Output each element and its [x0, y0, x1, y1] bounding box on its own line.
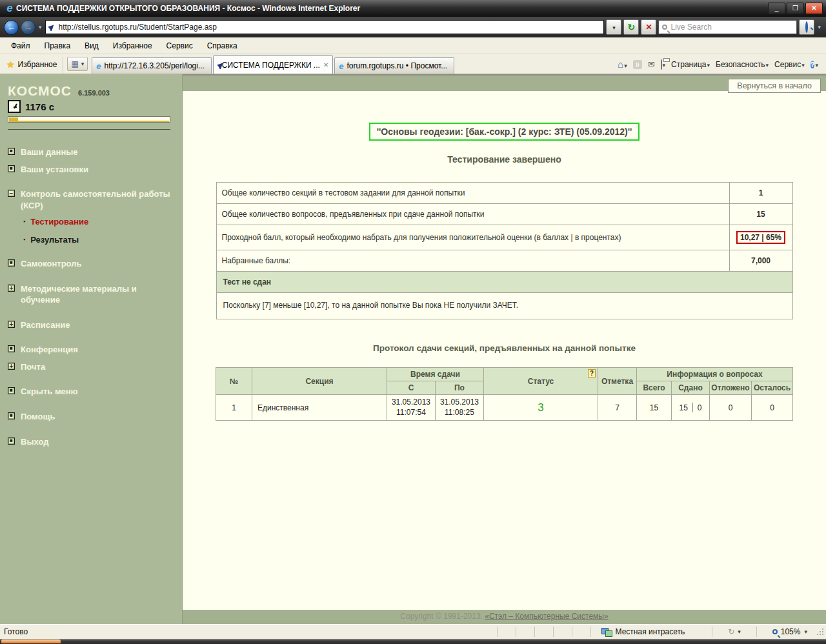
- sidebar-item-selfcontrol[interactable]: ■ Самоконтроль: [8, 258, 174, 270]
- bullet-square-icon: ■: [8, 259, 15, 267]
- cell-deferred: 0: [709, 395, 751, 421]
- col-info-group: Информация о вопросах: [636, 368, 792, 381]
- summary-label: Проходной балл, который необходимо набра…: [216, 225, 729, 250]
- summary-value: 15: [729, 204, 792, 225]
- tools-menu-button[interactable]: Сервис▾: [774, 60, 805, 69]
- search-input[interactable]: Live Search: [658, 20, 797, 34]
- expand-plus-icon[interactable]: +: [8, 363, 15, 370]
- sidebar-item-hide-menu[interactable]: ■ Скрыть меню: [8, 386, 174, 397]
- sidebar-item-ksr[interactable]: − Контроль самостоятельной работы (КСР): [8, 188, 174, 211]
- expand-plus-icon[interactable]: +: [8, 321, 15, 328]
- status-bar: Готово Местная интрасеть ↻ ▾ 105% ▾: [0, 624, 826, 639]
- tab-login[interactable]: e http://172.16.3.205/perl/logi...: [92, 57, 212, 74]
- tab-system-active[interactable]: СИСТЕМА ПОДДЕРЖКИ ... ✕: [213, 55, 333, 74]
- zoom-icon: [772, 629, 778, 634]
- close-button[interactable]: ✕: [805, 3, 823, 14]
- home-button[interactable]: ⌂▾: [618, 59, 627, 70]
- favorites-star-icon: ★: [6, 61, 15, 68]
- summary-value: 7,000: [729, 250, 792, 272]
- clock-icon: [8, 100, 21, 113]
- forward-button[interactable]: →: [21, 20, 35, 35]
- expand-plus-icon[interactable]: +: [8, 285, 15, 292]
- rss-icon[interactable]: )): [633, 60, 642, 69]
- sidebar-item-your-settings[interactable]: ■ Ваши установки: [8, 164, 174, 176]
- sidebar-item-results[interactable]: ▪ Результаты: [23, 235, 174, 245]
- table-row: Общее количество секций в тестовом задан…: [216, 183, 792, 204]
- menu-favorites[interactable]: Избранное: [106, 39, 159, 53]
- col-deferred: Отложено: [709, 381, 751, 395]
- address-dropdown-button[interactable]: ▾: [606, 19, 621, 35]
- company-link[interactable]: «Стэл – Компьютерные Системы»: [485, 612, 608, 621]
- session-timer: 1176 с: [25, 101, 54, 112]
- refresh-button[interactable]: ↻: [623, 19, 639, 35]
- status-help-icon[interactable]: ?: [588, 369, 596, 377]
- taskbar-active-button[interactable]: [1, 639, 61, 643]
- back-button[interactable]: ←: [4, 20, 19, 35]
- course-title: ''Основы геодезии: [бак.-сокр.] (2 курс:…: [369, 123, 640, 141]
- address-url[interactable]: http://stellus.rgotups.ru/Student/StartP…: [59, 23, 601, 32]
- favorites-button[interactable]: ★ Избранное: [3, 57, 63, 74]
- protected-mode-button[interactable]: ↻ ▾: [721, 627, 747, 636]
- sidebar-item-testing[interactable]: ▪ Тестирование: [23, 217, 174, 226]
- sidebar-divider: [8, 129, 170, 130]
- table-row: Поскольку [7] меньше [10,27], то на данн…: [216, 293, 792, 319]
- summary-value: 10,27 | 65%: [729, 225, 792, 250]
- tab-ie-icon: e: [339, 61, 343, 71]
- sidebar-item-your-data[interactable]: ■ Ваши данные: [8, 146, 174, 158]
- menu-file[interactable]: Файл: [4, 39, 37, 53]
- col-section: Секция: [252, 368, 387, 395]
- sidebar-item-schedule[interactable]: + Расписание: [8, 319, 174, 331]
- tab-ie-icon: e: [96, 61, 101, 71]
- zone-label: Местная интрасеть: [616, 627, 685, 636]
- menu-help[interactable]: Справка: [200, 39, 245, 53]
- table-row: Набранные баллы: 7,000: [216, 250, 792, 272]
- mail-icon[interactable]: ✉: [648, 59, 655, 69]
- search-go-button[interactable]: [799, 19, 814, 35]
- sidebar-item-mail[interactable]: + Почта: [8, 361, 174, 373]
- col-total: Всего: [636, 381, 671, 395]
- menu-tools[interactable]: Сервис: [159, 39, 200, 53]
- col-time-from: С: [387, 381, 435, 395]
- security-zone[interactable]: Местная интрасеть: [600, 627, 703, 636]
- page-menu-button[interactable]: Страница▾: [671, 60, 710, 69]
- tab-close-icon[interactable]: ✕: [323, 61, 328, 68]
- print-button[interactable]: ▾: [661, 60, 666, 69]
- help-button[interactable]: ?▾: [811, 59, 818, 70]
- restore-button[interactable]: ❐: [787, 3, 804, 14]
- quick-tabs-button[interactable]: ▦ ▾: [67, 57, 88, 71]
- search-provider-dropdown-icon[interactable]: ▾: [816, 24, 822, 30]
- cell-status: 3: [483, 395, 598, 421]
- back-to-start-button[interactable]: Вернуться в начало: [728, 79, 821, 93]
- history-dropdown-icon[interactable]: ▾: [37, 24, 43, 30]
- stop-button[interactable]: ✕: [641, 19, 656, 35]
- home-icon: ⌂: [618, 59, 623, 70]
- collapse-minus-icon[interactable]: −: [8, 190, 15, 197]
- sidebar-item-help[interactable]: ■ Помощь: [8, 411, 174, 423]
- sidebar-item-conference[interactable]: ■ Конференция: [8, 344, 174, 356]
- sidebar-item-exit[interactable]: ■ Выход: [8, 436, 174, 448]
- cell-done: 150: [671, 395, 709, 421]
- safety-menu-button[interactable]: Безопасность▾: [716, 60, 769, 69]
- address-input[interactable]: http://stellus.rgotups.ru/Student/StartP…: [45, 20, 605, 34]
- sidebar-item-materials[interactable]: + Методические материалы и обучение: [8, 283, 174, 306]
- cell-num: 1: [216, 395, 252, 421]
- cell-section: Единственная: [252, 395, 387, 421]
- tab-forum[interactable]: e forum.rgotups.ru • Просмот...: [334, 57, 454, 74]
- content: ''Основы геодезии: [бак.-сокр.] (2 курс:…: [183, 91, 826, 610]
- summary-label: Общее количество секций в тестовом задан…: [216, 183, 729, 204]
- timer-progressbar: [8, 116, 170, 123]
- resize-grip[interactable]: [816, 628, 824, 636]
- protected-mode-icon: ↻: [728, 627, 734, 636]
- col-status: Статус ?: [483, 368, 598, 395]
- zoom-level: 105%: [781, 627, 801, 636]
- cell-time-to: 31.05.201311:08:25: [435, 395, 483, 421]
- app-name: КОСМОС: [8, 83, 72, 99]
- tab-bar: ★ Избранное ▦ ▾ e http://172.16.3.205/pe…: [0, 54, 826, 74]
- zoom-control[interactable]: 105% ▾: [766, 627, 814, 636]
- minimize-button[interactable]: _: [768, 3, 785, 14]
- menu-edit[interactable]: Правка: [37, 39, 78, 53]
- menu-view[interactable]: Вид: [77, 39, 106, 53]
- summary-value: 1: [729, 183, 792, 204]
- table-row: Проходной балл, который необходимо набра…: [216, 225, 792, 250]
- main-area: Вернуться в начало ''Основы геодезии: [б…: [183, 74, 826, 624]
